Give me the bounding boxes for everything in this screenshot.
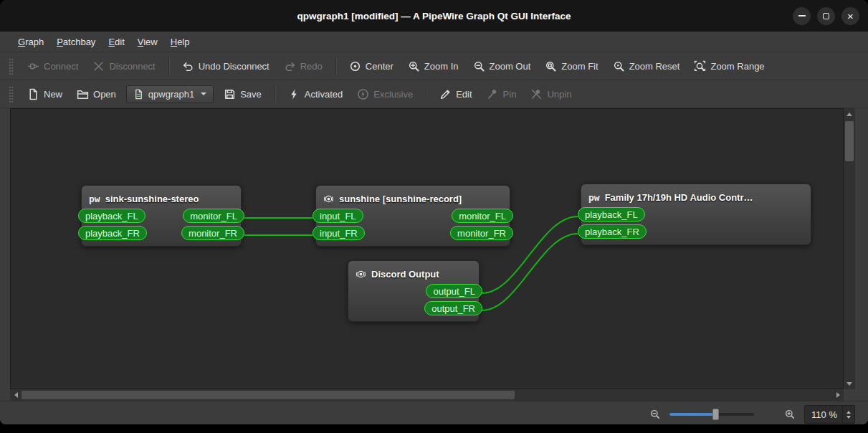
redo-button[interactable]: Redo (277, 57, 329, 76)
audio-input-port[interactable]: playback_FR (78, 226, 147, 240)
vertical-scrollbar[interactable] (844, 108, 855, 389)
center-icon (349, 60, 361, 72)
audio-input-port[interactable]: playback_FR (578, 224, 647, 239)
menu-edit-label: Edit (108, 37, 124, 47)
zoom-fit-button[interactable]: Zoom Fit (538, 57, 604, 76)
scroll-right-arrow[interactable] (832, 389, 844, 401)
audio-output-port[interactable]: monitor_FR (181, 226, 244, 240)
record-icon (356, 269, 366, 280)
audio-input-port[interactable]: playback_FL (78, 209, 146, 223)
new-button[interactable]: New (21, 85, 69, 104)
toolbar-separator (426, 85, 426, 103)
node-ports: playback_FL playback_FR (581, 207, 811, 244)
zoom-in-button[interactable]: Zoom In (401, 57, 465, 76)
pin-button[interactable]: Pin (480, 85, 523, 104)
audio-input-port[interactable]: playback_FL (578, 207, 645, 222)
node-family-hd-audio[interactable]: pw Family 17h/19h HD Audio Contr… playba… (581, 184, 811, 245)
open-label: Open (93, 89, 116, 100)
zoom-value: 110 % (811, 409, 837, 420)
redo-icon (284, 60, 296, 72)
graph-canvas[interactable]: pw sink-sunshine-stereo playback_FL play… (10, 108, 844, 389)
zoom-reset-icon (613, 60, 625, 72)
zoom-reset-button[interactable]: Zoom Reset (606, 57, 687, 76)
zoom-in-icon[interactable] (784, 409, 796, 420)
connect-button[interactable]: Connect (21, 57, 85, 76)
audio-output-port[interactable]: monitor_FL (452, 209, 513, 223)
patchbay-select-label: qpwgraph1 (148, 89, 194, 100)
menu-edit[interactable]: Edit (102, 32, 130, 52)
node-discord-output[interactable]: Discord Output output_FL output_FR (348, 260, 480, 322)
edit-label: Edit (456, 89, 472, 100)
toolbar-grip[interactable] (9, 85, 14, 103)
patchbay-toolbar: New Open qpwgraph1 Save (0, 80, 868, 108)
zoom-range-label: Zoom Range (710, 61, 764, 72)
titlebar[interactable]: qpwgraph1 [modified] — A PipeWire Graph … (0, 0, 868, 32)
toolbar-separator (335, 57, 336, 75)
node-header: pw sink-sunshine-stereo (82, 186, 241, 209)
statusbar: 110 % (0, 401, 868, 424)
zoom-out-icon[interactable] (649, 409, 661, 420)
node-ports: playback_FL playback_FR monitor_FL monit… (82, 209, 241, 246)
menu-patchbay[interactable]: Patchbay (50, 32, 102, 52)
window-title: qpwgraph1 [modified] — A PipeWire Graph … (297, 11, 571, 22)
save-button[interactable]: Save (217, 85, 268, 104)
node-sink-sunshine-stereo[interactable]: pw sink-sunshine-stereo playback_FL play… (81, 185, 242, 247)
undo-disconnect-label: Undo Disconnect (199, 61, 270, 72)
zoom-out-button[interactable]: Zoom Out (467, 57, 538, 76)
zoom-in-label: Zoom In (424, 61, 459, 72)
audio-output-port[interactable]: output_FL (426, 284, 482, 298)
audio-output-port[interactable]: monitor_FR (450, 226, 513, 240)
open-button[interactable]: Open (70, 85, 123, 104)
exclusive-button[interactable]: Exclusive (350, 85, 419, 104)
node-header: sunshine [sunshine-record] (316, 186, 510, 209)
pin-label: Pin (503, 89, 517, 100)
lightning-icon (288, 88, 300, 100)
menu-graph[interactable]: Graph (11, 32, 50, 52)
activated-button[interactable]: Activated (282, 85, 349, 104)
zoom-fit-icon (545, 60, 557, 72)
minimize-button[interactable] (793, 7, 811, 25)
audio-output-port[interactable]: output_FR (424, 301, 482, 315)
unpin-button[interactable]: Unpin (524, 85, 578, 104)
audio-output-port[interactable]: monitor_FL (183, 209, 244, 223)
node-title: sunshine [sunshine-record] (339, 194, 462, 204)
node-sunshine-record[interactable]: sunshine [sunshine-record] input_FL inpu… (315, 185, 510, 247)
zoom-range-icon (694, 60, 706, 72)
edit-button[interactable]: Edit (433, 85, 478, 104)
maximize-button[interactable] (817, 7, 835, 25)
scroll-left-arrow[interactable] (10, 389, 22, 401)
input-ports: input_FL input_FR (313, 209, 365, 240)
zoom-range-button[interactable]: Zoom Range (687, 57, 771, 76)
disconnect-button[interactable]: Disconnect (86, 57, 161, 76)
disconnect-label: Disconnect (109, 61, 155, 72)
qpwgraph-window: qpwgraph1 [modified] — A PipeWire Graph … (0, 0, 868, 424)
patchbay-select-dropdown[interactable]: qpwgraph1 (126, 85, 214, 103)
zoom-slider-handle[interactable] (712, 409, 719, 420)
spin-down-icon[interactable] (846, 416, 851, 419)
scroll-up-arrow[interactable] (844, 108, 855, 120)
window-controls: × (793, 0, 859, 32)
input-ports: playback_FL playback_FR (78, 209, 147, 240)
undo-icon (182, 60, 194, 72)
zoom-spinbox[interactable]: 110 % (804, 405, 855, 424)
scroll-down-arrow[interactable] (844, 378, 855, 389)
horizontal-scrollbar[interactable] (10, 389, 844, 401)
center-button[interactable]: Center (343, 57, 400, 76)
output-ports: monitor_FL monitor_FR (450, 209, 513, 240)
close-button[interactable]: × (841, 7, 859, 25)
menu-view[interactable]: View (131, 32, 164, 52)
audio-input-port[interactable]: input_FR (313, 226, 365, 240)
undo-disconnect-button[interactable]: Undo Disconnect (176, 57, 276, 76)
menu-patchbay-label: Patchbay (57, 37, 95, 47)
menu-help[interactable]: Help (164, 32, 196, 52)
audio-input-port[interactable]: input_FL (313, 209, 363, 223)
graph-toolbar: Connect Disconnect Undo Disconnect R (0, 52, 868, 80)
toolbar-grip[interactable] (9, 57, 14, 75)
horizontal-scroll-thumb[interactable] (22, 391, 515, 399)
maximize-icon (823, 13, 829, 19)
zoom-slider[interactable] (669, 408, 754, 421)
spin-up-icon[interactable] (846, 411, 851, 414)
node-title: Family 17h/19h HD Audio Contr… (605, 192, 753, 203)
vertical-scroll-thumb[interactable] (845, 121, 854, 161)
menubar: Graph Patchbay Edit View Help (0, 32, 868, 52)
